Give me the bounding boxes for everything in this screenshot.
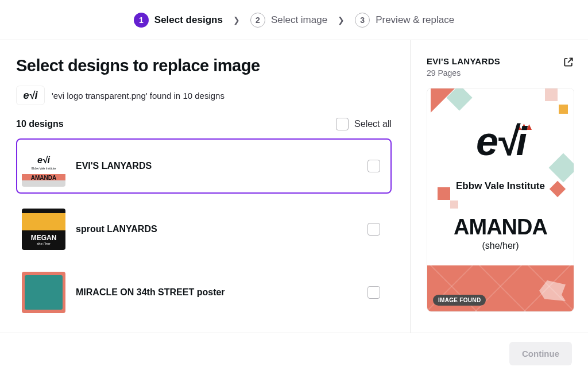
- list-header: 10 designs Select all: [16, 118, 392, 130]
- decor-shape: [559, 105, 568, 114]
- design-thumb: MEGAN she / her: [22, 209, 65, 250]
- step-1[interactable]: 1 Select designs: [134, 13, 223, 28]
- design-row[interactable]: MIRACLE ON 34th STREET poster: [16, 265, 392, 320]
- design-thumb: [22, 272, 65, 313]
- design-thumb: e√i Ebbw Vale Institute AMANDA: [22, 145, 65, 187]
- chevron-right-icon: ❯: [338, 16, 345, 25]
- found-text: 'evi logo transparent.png' found in 10 d…: [52, 91, 225, 101]
- preview-institute: Ebbw Vale Institute: [427, 180, 574, 192]
- step-2-label: Select image: [271, 14, 327, 26]
- chevron-right-icon: ❯: [233, 16, 240, 25]
- step-1-badge: 1: [134, 13, 149, 28]
- step-2-badge: 2: [250, 13, 265, 28]
- preview-logo: e√i: [427, 118, 574, 164]
- step-2[interactable]: 2 Select image: [250, 13, 327, 28]
- image-found-badge: IMAGE FOUND: [433, 295, 486, 306]
- preview-pronouns: (she/her): [427, 241, 574, 251]
- page-title: Select designs to replace image: [16, 56, 392, 75]
- step-1-label: Select designs: [154, 14, 223, 26]
- preview-name: AMANDA: [427, 215, 574, 240]
- decor-shape: [450, 201, 458, 209]
- decor-shape: [545, 88, 558, 101]
- open-external-icon[interactable]: [563, 56, 574, 68]
- found-info: e√i 'evi logo transparent.png' found in …: [16, 86, 392, 105]
- left-panel: Select designs to replace image e√i 'evi…: [0, 40, 410, 333]
- design-checkbox[interactable]: [368, 223, 380, 236]
- preview-pages: 29 Pages: [427, 68, 500, 78]
- design-title: sprout LANYARDS: [76, 224, 357, 234]
- preview-card: e√i Ebbw Vale Institute AMANDA (she/her)…: [427, 88, 574, 312]
- continue-button[interactable]: Continue: [509, 342, 572, 365]
- stepper: 1 Select designs ❯ 2 Select image ❯ 3 Pr…: [0, 0, 588, 40]
- step-3-label: Preview & replace: [376, 14, 454, 26]
- design-row[interactable]: [16, 328, 392, 333]
- source-image-thumb: e√i: [16, 86, 45, 105]
- design-title: MIRACLE ON 34th STREET poster: [76, 287, 357, 298]
- select-all-checkbox[interactable]: [336, 118, 349, 130]
- preview-panel: EVI'S LANYARDS 29 Pages e√i Ebbw Vale In…: [410, 40, 588, 333]
- design-row[interactable]: MEGAN she / her sprout LANYARDS: [16, 202, 392, 257]
- design-checkbox[interactable]: [368, 160, 380, 172]
- design-checkbox[interactable]: [368, 286, 380, 299]
- step-3[interactable]: 3 Preview & replace: [355, 13, 454, 28]
- design-row[interactable]: e√i Ebbw Vale Institute AMANDA EVI'S LAN…: [16, 138, 392, 194]
- select-all[interactable]: Select all: [336, 118, 392, 130]
- step-3-badge: 3: [355, 13, 370, 28]
- select-all-label: Select all: [354, 119, 392, 129]
- preview-title: EVI'S LANYARDS: [427, 56, 500, 66]
- design-count: 10 designs: [16, 119, 64, 129]
- design-title: EVI'S LANYARDS: [76, 161, 357, 171]
- footer: Continue: [0, 333, 588, 374]
